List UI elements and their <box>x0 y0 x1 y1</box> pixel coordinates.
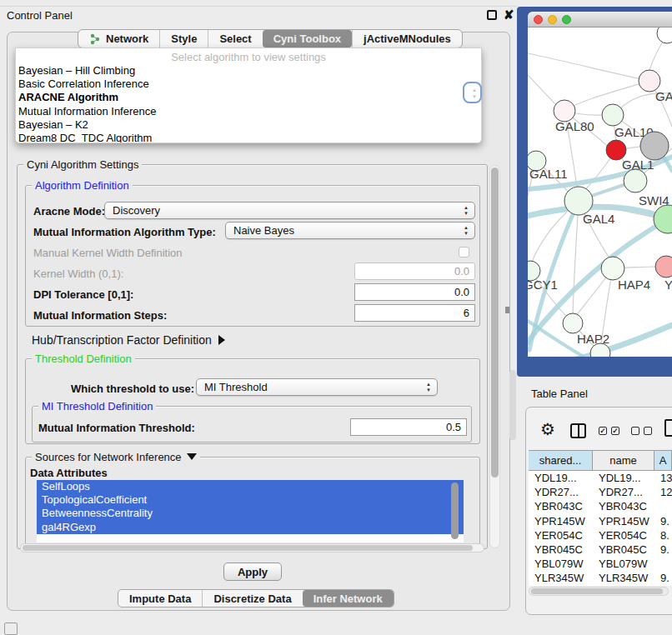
manual-kernel-checkbox[interactable] <box>459 247 469 258</box>
network-node[interactable] <box>657 28 672 43</box>
mi-threshold-label: Mutual Information Threshold: <box>38 422 195 435</box>
table-cell: YBR043C <box>529 499 593 513</box>
table-row[interactable]: YLR345WYLR345W9. <box>529 571 672 585</box>
network-window-titlebar[interactable] <box>528 12 672 28</box>
restore-panel-icon[interactable] <box>4 622 18 635</box>
zoom-green-icon[interactable] <box>562 15 571 24</box>
table-horizontal-scrollbar[interactable] <box>529 587 669 596</box>
data-attributes-label: Data Attributes <box>30 467 108 480</box>
settings-group-title: Cyni Algorithm Settings <box>23 158 142 171</box>
table-row[interactable]: YIL052CYIL052C9. <box>529 586 672 587</box>
attribute-topologicalcoefficient[interactable]: TopologicalCoefficient <box>37 493 464 507</box>
attribute-gal4rgexp[interactable]: gal4RGexp <box>37 521 464 534</box>
algorithm-option-aracne-algorithm[interactable]: ARACNE Algorithm <box>16 91 481 104</box>
close-red-icon[interactable] <box>534 15 543 24</box>
network-node-gal4[interactable] <box>564 187 593 215</box>
gear-icon[interactable]: ⚙ <box>540 419 555 439</box>
algorithm-combo-fragment[interactable]: ▲▼ <box>463 82 482 103</box>
table-cell: YIL052C <box>529 586 593 587</box>
mi-steps-input[interactable]: 6 <box>354 304 475 322</box>
threshold-definition-title: Threshold Definition <box>32 352 135 365</box>
table-cell: 9. <box>654 514 672 528</box>
tab-select[interactable]: Select <box>208 30 262 48</box>
algorithm-option-mutual-information-inference[interactable]: Mutual Information Inference <box>16 105 481 118</box>
tab-style[interactable]: Style <box>159 30 208 48</box>
table-row[interactable]: YBL079WYBL079W <box>529 557 672 571</box>
attribute-selfloops[interactable]: SelfLoops <box>37 480 464 493</box>
mi-steps-label: Mutual Information Steps: <box>33 309 167 322</box>
checked-box-icon[interactable]: ✓ <box>599 427 607 435</box>
which-threshold-select[interactable]: MI Threshold ▲▼ <box>196 378 438 396</box>
bottom-tab-infer-network[interactable]: Infer Network <box>303 590 394 607</box>
attribute-betweennesscentrality[interactable]: BetweennessCentrality <box>37 507 464 520</box>
kernel-width-value: 0.0 <box>454 265 469 278</box>
outer-scrollbar-thumb[interactable] <box>509 370 516 440</box>
algorithm-option-dream8-dc-tdc-algorithm[interactable]: Dream8 DC_TDC Algorithm <box>16 132 481 143</box>
network-node-y[interactable] <box>655 256 672 278</box>
node-label-gal80: GAL80 <box>555 119 594 133</box>
table-hscroll-thumb[interactable] <box>531 588 663 594</box>
algorithm-option-bayesian-k2[interactable]: Bayesian – K2 <box>16 118 481 132</box>
table-row[interactable]: YDL19...YDL19...13 <box>529 471 672 485</box>
network-canvas[interactable]: GALGAL80GAL10GAL1GAL11SWI4GAL4GCY1HAP4YH… <box>528 28 672 357</box>
table-cell: 13 <box>654 471 672 485</box>
minimize-yellow-icon[interactable] <box>548 15 557 24</box>
dpi-tolerance-value: 0.0 <box>454 286 469 298</box>
table-cell: YER054C <box>529 528 593 542</box>
mi-threshold-input[interactable]: 0.5 <box>350 418 467 436</box>
data-attributes-list[interactable]: SelfLoopsTopologicalCoefficientBetweenne… <box>37 480 464 542</box>
network-node[interactable] <box>654 205 672 233</box>
column-header-shared-[interactable]: shared... <box>529 450 593 471</box>
algorithm-option-basic-correlation-inference[interactable]: Basic Correlation Inference <box>16 78 481 91</box>
float-icon[interactable] <box>487 10 497 20</box>
hub-section-toggle[interactable]: Hub/Transcription Factor Definition <box>32 333 225 347</box>
table-cell: YBR045C <box>593 542 654 557</box>
page-icon[interactable] <box>664 419 672 437</box>
tab-jactivemnodules[interactable]: jActiveMNodules <box>352 30 462 48</box>
table-row[interactable]: YER054CYER054C8. <box>529 528 672 542</box>
apply-button[interactable]: Apply <box>223 562 282 581</box>
table-row[interactable]: YDR27...YDR27...12 <box>529 485 672 499</box>
settings-scrollbar-thumb[interactable] <box>491 168 499 478</box>
aracne-mode-value: Discovery <box>113 204 160 217</box>
table-cell: YLR345W <box>593 571 654 585</box>
top-divider <box>0 6 517 7</box>
collapse-arrow-icon <box>218 335 225 345</box>
network-node-hap2[interactable] <box>563 313 583 333</box>
network-node-gal10[interactable] <box>602 104 624 126</box>
table-cell: 8. <box>654 528 672 542</box>
settings-hscroll-thumb[interactable] <box>23 545 473 551</box>
algorithm-option-bayesian-hill-climbing[interactable]: Bayesian – Hill Climbing <box>16 64 481 78</box>
table-cell: YBR045C <box>529 542 593 557</box>
network-node-swi4[interactable] <box>624 169 647 192</box>
table-cell: YBL079W <box>529 557 593 571</box>
attributes-scrollbar-thumb[interactable] <box>451 482 459 539</box>
sources-title[interactable]: Sources for Network Inference <box>32 451 200 463</box>
mi-threshold-value: 0.5 <box>446 421 461 433</box>
unchecked-box-icon[interactable] <box>631 427 639 435</box>
kernel-width-input[interactable]: 0.0 <box>354 262 475 280</box>
mi-steps-value: 6 <box>464 307 469 319</box>
column-layout-icon[interactable] <box>570 423 586 438</box>
bottom-tab-impute-data[interactable]: Impute Data <box>118 590 202 607</box>
tab-network[interactable]: Network <box>78 30 159 48</box>
aracne-mode-select[interactable]: Discovery ▲▼ <box>104 202 475 219</box>
column-header-name[interactable]: name <box>593 450 654 471</box>
unchecked-box-icon[interactable] <box>644 427 652 435</box>
pane-divider-grip[interactable] <box>505 307 509 313</box>
node-label-hap4: HAP4 <box>618 278 650 292</box>
checked-box-icon[interactable]: ✓ <box>611 427 619 435</box>
dpi-tolerance-input[interactable]: 0.0 <box>354 283 475 301</box>
close-icon[interactable]: ✘ <box>504 8 514 22</box>
network-node-hap4[interactable] <box>601 257 624 280</box>
table-row[interactable]: YPR145WYPR145W9. <box>529 514 672 528</box>
bottom-tab-discretize-data[interactable]: Discretize Data <box>202 590 302 607</box>
table-row[interactable]: YBR045CYBR045C9. <box>529 542 672 557</box>
settings-scrollbar[interactable] <box>489 165 500 548</box>
mi-type-select[interactable]: Naive Bayes ▲▼ <box>225 222 475 239</box>
network-node[interactable] <box>640 132 669 160</box>
settings-horizontal-scrollbar[interactable] <box>20 543 484 552</box>
column-header-a[interactable]: A <box>654 450 672 471</box>
tab-cyni-toolbox[interactable]: Cyni Toolbox <box>263 30 352 48</box>
table-row[interactable]: YBR043CYBR043C <box>529 499 672 513</box>
